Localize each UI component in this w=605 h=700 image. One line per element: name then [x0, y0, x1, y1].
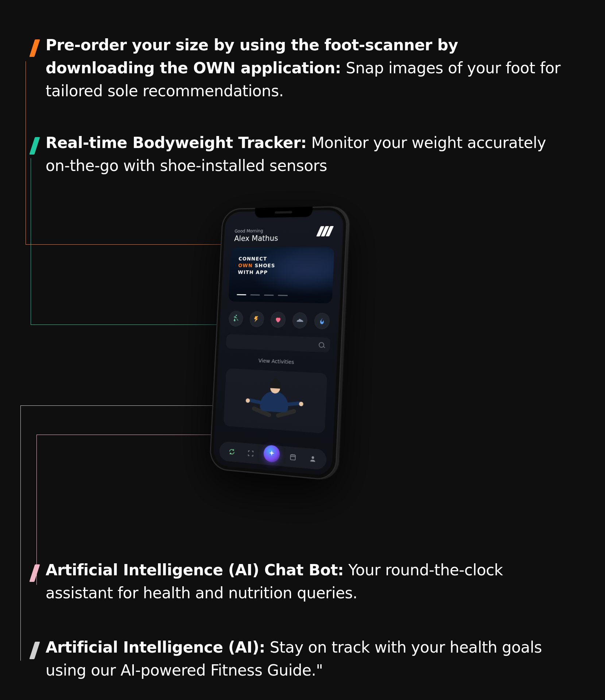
phone-body: Good Morning Alex Mathus CONNECT OWN SHO… — [209, 206, 348, 481]
feature-2: Real-time Bodyweight Tracker: Monitor yo… — [46, 131, 570, 177]
nav-scan-icon[interactable] — [244, 447, 257, 460]
phone-mockup: Good Morning Alex Mathus CONNECT OWN SHO… — [209, 206, 348, 481]
card-line-3: WITH APP — [238, 269, 325, 276]
phone-side-button-1 — [345, 265, 348, 283]
bottom-nav — [219, 441, 327, 470]
svg-rect-0 — [291, 455, 296, 460]
activity-card[interactable] — [223, 368, 327, 433]
feature-4: Artificial Intelligence (AI): Stay on tr… — [46, 636, 570, 682]
card-line-1: CONNECT — [238, 256, 325, 262]
nav-calendar-icon[interactable] — [287, 450, 299, 464]
feature-3-tick — [29, 564, 40, 582]
username-label: Alex Mathus — [234, 233, 332, 243]
phone-screen: Good Morning Alex Mathus CONNECT OWN SHO… — [213, 210, 344, 476]
heart-icon[interactable] — [271, 312, 286, 328]
yoga-illustration — [249, 377, 300, 424]
connector-grey-v — [20, 405, 21, 661]
card-title: CONNECT OWN SHOES WITH APP — [238, 256, 325, 276]
shoe-icon[interactable] — [292, 312, 308, 328]
connector-teal-h — [31, 324, 229, 325]
flame-icon[interactable] — [314, 313, 330, 330]
view-activities-label[interactable]: View Activities — [218, 356, 337, 367]
connect-shoes-card[interactable]: CONNECT OWN SHOES WITH APP — [228, 247, 334, 303]
nav-profile-icon[interactable] — [306, 452, 319, 466]
brand-logo-icon — [318, 226, 333, 237]
bolt-icon[interactable] — [249, 311, 264, 327]
card-line-2: OWN SHOES — [238, 262, 325, 269]
connector-pink-v — [36, 435, 37, 585]
nav-refresh-icon[interactable] — [226, 445, 238, 459]
feature-3: Artificial Intelligence (AI) Chat Bot: Y… — [46, 559, 570, 604]
feature-4-title: Artificial Intelligence (AI): — [46, 638, 265, 656]
nav-ai-button[interactable] — [263, 444, 280, 463]
greeting-label: Good Morning — [234, 228, 332, 234]
feature-4-tick — [29, 642, 40, 659]
feature-1: Pre-order your size by using the foot-sc… — [46, 34, 570, 102]
svg-point-1 — [311, 456, 314, 459]
search-input[interactable] — [226, 334, 330, 353]
connector-teal-v — [31, 158, 31, 324]
feature-2-tick — [29, 137, 40, 155]
phone-notch — [255, 207, 313, 218]
category-row — [228, 311, 330, 329]
feature-1-tick — [29, 39, 40, 57]
run-icon[interactable] — [228, 311, 243, 327]
connector-orange-h — [26, 244, 235, 245]
feature-2-title: Real-time Bodyweight Tracker: — [46, 134, 307, 152]
card-pagination[interactable] — [237, 294, 288, 296]
connector-orange-v — [26, 61, 26, 244]
feature-3-title: Artificial Intelligence (AI) Chat Bot: — [46, 561, 344, 579]
